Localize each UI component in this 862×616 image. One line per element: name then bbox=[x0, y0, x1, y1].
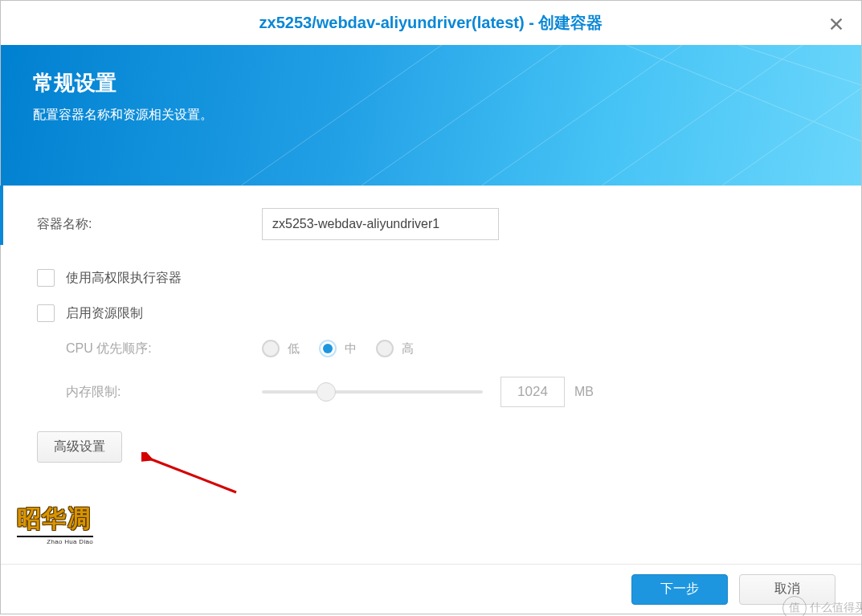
high-privilege-label: 使用高权限执行容器 bbox=[66, 270, 182, 287]
resource-limit-checkbox[interactable] bbox=[37, 304, 55, 322]
watermark-logo: 昭华凋 Zhao Hua Diao bbox=[17, 503, 93, 545]
memory-limit-row: 内存限制: MB bbox=[37, 377, 829, 407]
svg-line-3 bbox=[149, 459, 236, 492]
banner-subheading: 配置容器名称和资源相关设置。 bbox=[33, 107, 829, 124]
resource-limit-row: 启用资源限制 bbox=[37, 304, 829, 322]
memory-value-input[interactable] bbox=[500, 377, 565, 407]
cpu-label-high: 高 bbox=[402, 341, 414, 357]
advanced-settings-button[interactable]: 高级设置 bbox=[37, 431, 122, 463]
cpu-priority-group: 低 中 高 bbox=[262, 340, 425, 357]
slider-track bbox=[262, 390, 483, 394]
resource-limit-label: 启用资源限制 bbox=[66, 305, 143, 322]
banner: 常规设置 配置容器名称和资源相关设置。 bbox=[1, 45, 861, 186]
memory-slider[interactable] bbox=[262, 382, 483, 402]
corner-watermark: 值 什么值得买 bbox=[782, 596, 862, 616]
watermark-subtext: Zhao Hua Diao bbox=[17, 536, 93, 545]
container-name-label: 容器名称: bbox=[37, 216, 262, 233]
content-area: 容器名称: 使用高权限执行容器 启用资源限制 CPU 优先顺序: 低 中 高 内 bbox=[1, 186, 861, 463]
cpu-priority-row: CPU 优先顺序: 低 中 高 bbox=[37, 340, 829, 357]
memory-unit: MB bbox=[574, 385, 594, 399]
footer: 下一步 取消 bbox=[1, 564, 861, 614]
cpu-label-low: 低 bbox=[288, 341, 300, 357]
title-bar: zx5253/webdav-aliyundriver(latest) - 创建容… bbox=[1, 1, 861, 45]
cpu-label-mid: 中 bbox=[345, 341, 357, 357]
container-name-row: 容器名称: bbox=[37, 208, 829, 240]
window-title: zx5253/webdav-aliyundriver(latest) - 创建容… bbox=[259, 12, 603, 34]
corner-watermark-text: 什么值得买 bbox=[810, 601, 862, 615]
cpu-radio-mid[interactable] bbox=[319, 340, 337, 357]
container-name-input[interactable] bbox=[262, 208, 499, 240]
next-button[interactable]: 下一步 bbox=[631, 574, 728, 605]
slider-thumb[interactable] bbox=[317, 382, 336, 402]
high-privilege-row: 使用高权限执行容器 bbox=[37, 269, 829, 287]
corner-watermark-circle: 值 bbox=[782, 596, 807, 616]
close-icon[interactable] bbox=[827, 15, 845, 33]
cpu-radio-high[interactable] bbox=[376, 340, 394, 357]
memory-limit-label: 内存限制: bbox=[66, 384, 262, 401]
high-privilege-checkbox[interactable] bbox=[37, 269, 55, 287]
banner-heading: 常规设置 bbox=[33, 69, 829, 97]
annotation-arrow-icon bbox=[141, 452, 246, 496]
dialog-window: zx5253/webdav-aliyundriver(latest) - 创建容… bbox=[0, 0, 862, 614]
cpu-priority-label: CPU 优先顺序: bbox=[66, 341, 262, 357]
watermark-text: 昭华凋 bbox=[17, 503, 93, 536]
cpu-radio-low[interactable] bbox=[262, 340, 280, 357]
